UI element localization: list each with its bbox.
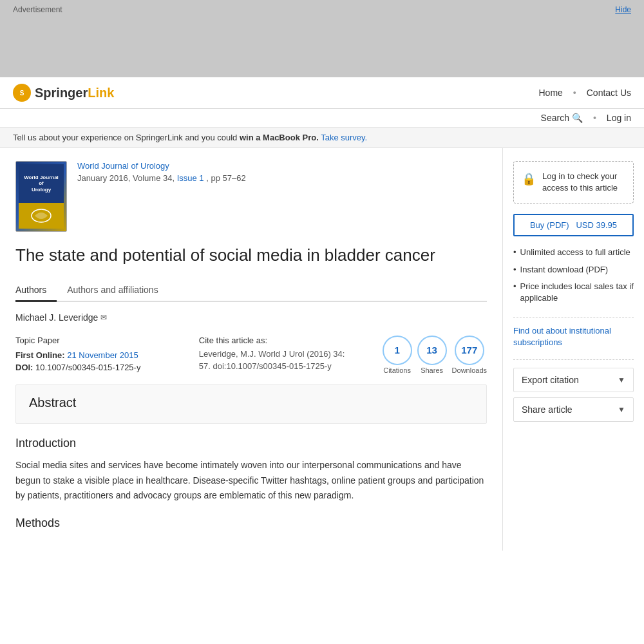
- journal-pages: , pp 57–62: [206, 173, 245, 183]
- cover-title-line2: Urology: [32, 187, 51, 193]
- benefit-text-1: Unlimited access to full article: [520, 247, 630, 258]
- introduction-text: Social media sites and services have bec…: [15, 458, 487, 504]
- springer-logo-icon: S: [13, 84, 31, 102]
- journal-cover: World Journal of Urology: [15, 161, 67, 232]
- logo-text: SpringerLink: [35, 86, 114, 100]
- citations-label: Citations: [383, 366, 411, 374]
- detail-col-left: Topic Paper First Online: 21 November 20…: [15, 336, 173, 374]
- citations-circle: 1: [383, 336, 412, 365]
- ad-label: Advertisement: [13, 5, 62, 14]
- tab-affiliations[interactable]: Authors and affiliations: [67, 279, 168, 302]
- buy-button[interactable]: Buy (PDF) USD 39.95: [513, 214, 634, 236]
- nav-right: Home • Contact Us: [538, 88, 631, 98]
- issue-link[interactable]: Issue 1: [177, 173, 204, 183]
- author-name: Michael J. Leveridge ✉: [15, 312, 487, 323]
- benefit-2: • Instant download (PDF): [513, 261, 634, 278]
- benefit-text-3: Price includes local sales tax if applic…: [520, 281, 634, 304]
- first-online-date[interactable]: 21 November 2015: [67, 350, 138, 360]
- benefit-3: • Price includes local sales tax if appl…: [513, 278, 634, 307]
- main-layout: World Journal of Urology World Journal o…: [0, 148, 644, 551]
- introduction-heading: Introduction: [15, 437, 487, 450]
- survey-link[interactable]: Take survey.: [321, 133, 367, 142]
- journal-header: World Journal of Urology World Journal o…: [15, 161, 487, 232]
- search-label: Search: [541, 113, 569, 123]
- nav-dot-2: •: [593, 113, 596, 123]
- springer-text: Springer: [35, 86, 88, 100]
- export-citation-button[interactable]: Export citation ▼: [513, 368, 634, 392]
- article-tabs: Authors Authors and affiliations: [15, 279, 487, 302]
- share-article-button[interactable]: Share article ▼: [513, 397, 634, 422]
- search-link[interactable]: Search 🔍: [541, 113, 583, 123]
- article-title: The state and potential of social media …: [15, 245, 487, 267]
- cover-image: World Journal of Urology: [19, 164, 64, 203]
- doi: DOI: 10.1007/s00345-015-1725-y: [15, 363, 173, 372]
- site-header: S SpringerLink Home • Contact Us: [0, 77, 644, 109]
- nav-dot-1: •: [573, 88, 576, 98]
- doi-value: 10.1007/s00345-015-1725-y: [35, 363, 140, 372]
- contact-link[interactable]: Contact Us: [587, 88, 631, 98]
- metric-citations: 1 Citations: [383, 336, 412, 374]
- cite-col: Cite this article as: Leveridge, M.J. Wo…: [199, 336, 357, 374]
- doi-label: DOI:: [15, 363, 33, 372]
- link-text: Link: [88, 86, 114, 100]
- author-name-text: Michael J. Leveridge: [15, 312, 98, 323]
- tab-authors[interactable]: Authors: [15, 279, 57, 302]
- bullet-2: •: [513, 264, 516, 276]
- cite-label: Cite this article as:: [199, 336, 357, 345]
- topic-label: Topic Paper: [15, 336, 173, 345]
- logo-area: S SpringerLink: [13, 84, 114, 102]
- metric-downloads: 177 Downloads: [452, 336, 487, 374]
- cover-title-line1: World Journal of: [21, 175, 61, 187]
- cover-bottom: [19, 203, 64, 229]
- divider-1: [513, 317, 634, 317]
- home-link[interactable]: Home: [538, 88, 562, 98]
- journal-meta: January 2016, Volume 34, Issue 1 , pp 57…: [77, 173, 246, 183]
- share-chevron-icon: ▼: [618, 405, 625, 414]
- shares-circle: 13: [417, 336, 447, 365]
- cite-text: Leveridge, M.J. World J Urol (2016) 34: …: [199, 348, 357, 373]
- first-online-label: First Online:: [15, 350, 65, 360]
- sidebar: 🔒 Log in to check your access to this ar…: [502, 148, 644, 551]
- journal-info: World Journal of Urology January 2016, V…: [77, 161, 246, 232]
- svg-text:S: S: [20, 90, 24, 97]
- benefit-text-2: Instant download (PDF): [520, 264, 609, 276]
- downloads-circle: 177: [455, 336, 484, 365]
- hide-ad-link[interactable]: Hide: [615, 5, 631, 14]
- survey-bold: win a MacBook Pro.: [240, 133, 319, 142]
- downloads-label: Downloads: [452, 366, 487, 374]
- benefits-list: • Unlimited access to full article • Ins…: [513, 244, 634, 307]
- export-chevron-icon: ▼: [618, 375, 625, 384]
- search-bar-row: Search 🔍 • Log in: [0, 109, 644, 128]
- ad-bar: Advertisement Hide: [0, 0, 644, 77]
- shares-label: Shares: [421, 366, 443, 374]
- metrics: 1 Citations 13 Shares 177 Downloads: [383, 336, 487, 374]
- share-label: Share article: [522, 404, 573, 415]
- methods-heading: Methods: [15, 516, 487, 530]
- authors-section: Michael J. Leveridge ✉: [15, 312, 487, 323]
- lock-icon: 🔒: [522, 172, 536, 186]
- survey-prefix: Tell us about your experience on Springe…: [13, 133, 240, 142]
- journal-meta-text: January 2016, Volume 34,: [77, 173, 175, 183]
- email-icon: ✉: [100, 313, 107, 322]
- first-online: First Online: 21 November 2015: [15, 350, 173, 360]
- article-details: Topic Paper First Online: 21 November 20…: [15, 336, 487, 374]
- metric-shares: 13 Shares: [417, 336, 447, 374]
- cover-art-svg: [28, 206, 54, 225]
- bullet-3: •: [513, 281, 516, 292]
- login-link[interactable]: Log in: [607, 113, 631, 123]
- export-label: Export citation: [522, 375, 579, 385]
- buy-label: Buy (PDF): [530, 220, 569, 230]
- survey-bar: Tell us about your experience on Springe…: [0, 128, 644, 148]
- benefit-1: • Unlimited access to full article: [513, 244, 634, 261]
- journal-name-link[interactable]: World Journal of Urology: [77, 161, 246, 171]
- divider-2: [513, 359, 634, 360]
- login-card: 🔒 Log in to check your access to this ar…: [513, 161, 634, 204]
- search-icon: 🔍: [572, 113, 583, 123]
- login-card-text: Log in to check your access to this arti…: [542, 171, 625, 194]
- buy-price: USD 39.95: [576, 220, 617, 230]
- institutional-link[interactable]: Find out about institutional subscriptio…: [513, 325, 634, 348]
- abstract-box: Abstract: [15, 384, 487, 424]
- abstract-heading: Abstract: [29, 395, 473, 410]
- bullet-1: •: [513, 247, 516, 258]
- article-content: World Journal of Urology World Journal o…: [0, 148, 502, 551]
